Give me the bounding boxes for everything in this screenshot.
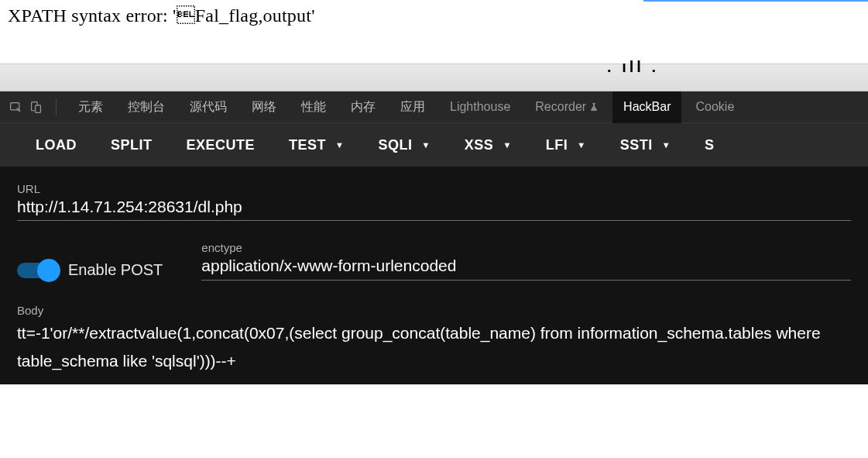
tab-recorder-label: Recorder	[535, 100, 586, 114]
enable-post-control: Enable POST	[17, 261, 163, 281]
body-input[interactable]: tt=-1'or/**/extractvalue(1,concat(0x07,(…	[17, 319, 851, 378]
url-field-group: URL http://1.14.71.254:28631/dl.php	[17, 182, 851, 221]
device-icon[interactable]	[28, 99, 43, 115]
tab-memory[interactable]: 内存	[340, 91, 386, 123]
tab-elements[interactable]: 元素	[67, 91, 114, 123]
tab-performance[interactable]: 性能	[290, 91, 337, 123]
xss-label: XSS	[465, 137, 494, 153]
enctype-label: enctype	[201, 241, 851, 254]
top-rule	[643, 0, 868, 2]
test-menu[interactable]: TEST ▼	[272, 123, 361, 167]
xss-menu[interactable]: XSS ▼	[448, 123, 529, 167]
body-label: Body	[17, 304, 851, 317]
hackbar-toolbar: LOAD SPLIT EXECUTE TEST ▼ SQLI ▼ XSS ▼ L…	[0, 123, 868, 167]
chevron-down-icon: ▼	[421, 140, 430, 150]
post-row: Enable POST enctype application/x-www-fo…	[17, 241, 851, 281]
divider-marks: . ıll .	[607, 58, 659, 76]
tab-sources[interactable]: 源代码	[179, 91, 238, 123]
url-label: URL	[17, 182, 851, 195]
tab-recorder[interactable]: Recorder	[524, 91, 609, 123]
toggle-knob	[37, 259, 60, 282]
chevron-down-icon: ▼	[662, 140, 671, 150]
devtools-tabstrip: 元素 控制台 源代码 网络 性能 内存 应用 Lighthouse Record…	[0, 91, 868, 123]
load-button[interactable]: LOAD	[19, 123, 94, 167]
chevron-down-icon: ▼	[577, 140, 585, 150]
more-menu[interactable]: S	[688, 123, 715, 167]
url-input[interactable]: http://1.14.71.254:28631/dl.php	[17, 198, 851, 221]
enable-post-label: Enable POST	[68, 261, 163, 279]
sqli-label: SQLI	[378, 137, 412, 153]
resize-divider[interactable]: . ıll .	[0, 64, 868, 91]
ssti-menu[interactable]: SSTI ▼	[603, 123, 688, 167]
body-field-group: Body tt=-1'or/**/extractvalue(1,concat(0…	[17, 304, 851, 378]
page-viewport: XPATH syntax error: 'Fal_flag,output'	[0, 0, 868, 64]
flask-icon	[589, 102, 599, 112]
tabstrip-separator	[56, 98, 57, 115]
inspect-icon[interactable]	[8, 99, 23, 115]
ssti-label: SSTI	[620, 137, 653, 153]
execute-button[interactable]: EXECUTE	[170, 123, 273, 167]
hackbar-pane: LOAD SPLIT EXECUTE TEST ▼ SQLI ▼ XSS ▼ L…	[0, 123, 868, 384]
sqli-menu[interactable]: SQLI ▼	[361, 123, 447, 167]
tab-hackbar[interactable]: HackBar	[612, 91, 681, 123]
devtools-panel: 元素 控制台 源代码 网络 性能 内存 应用 Lighthouse Record…	[0, 91, 868, 384]
tab-lighthouse[interactable]: Lighthouse	[439, 91, 521, 123]
xpath-error-text: XPATH syntax error: 'Fal_flag,output'	[8, 5, 860, 26]
enctype-select[interactable]: application/x-www-form-urlencoded	[201, 257, 851, 281]
hackbar-body: URL http://1.14.71.254:28631/dl.php Enab…	[0, 167, 868, 384]
test-label: TEST	[289, 137, 326, 153]
chevron-down-icon: ▼	[503, 140, 511, 150]
tab-network[interactable]: 网络	[241, 91, 287, 123]
chevron-down-icon: ▼	[335, 140, 344, 150]
tab-console[interactable]: 控制台	[117, 91, 176, 123]
tab-cookie[interactable]: Cookie	[684, 91, 745, 123]
split-button[interactable]: SPLIT	[94, 123, 170, 167]
tab-application[interactable]: 应用	[389, 91, 436, 123]
enctype-field-group: enctype application/x-www-form-urlencode…	[201, 241, 851, 281]
enable-post-toggle[interactable]	[17, 263, 57, 278]
lfi-label: LFI	[546, 137, 568, 153]
svg-rect-2	[35, 105, 40, 112]
lfi-menu[interactable]: LFI ▼	[529, 123, 603, 167]
